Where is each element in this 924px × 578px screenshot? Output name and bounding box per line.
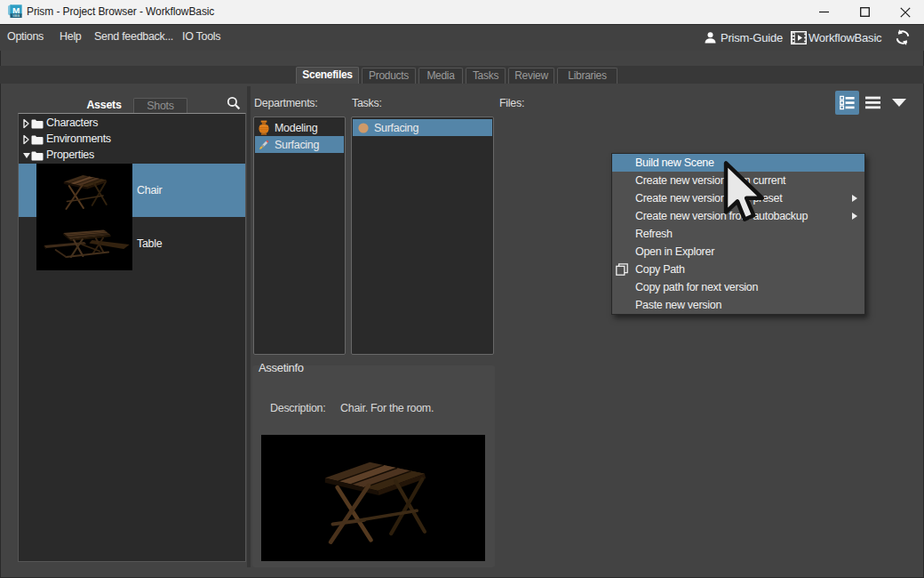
menu-item-create-version-current[interactable]: Create new version from current — [612, 172, 864, 189]
tree-item-characters[interactable]: Characters — [19, 116, 245, 132]
departments-list: Modeling Surfacing — [253, 116, 346, 355]
tab-shots[interactable]: Shots — [133, 98, 187, 113]
titlebar: M MAYA Prism - Project Browser - Workflo… — [0, 0, 924, 25]
folder-icon — [31, 134, 44, 145]
menu-item-label: Create new version from autobackup — [635, 210, 808, 222]
menu-item-copy-path-next-version[interactable]: Copy path for next version — [612, 278, 864, 296]
list-view-button[interactable] — [861, 91, 885, 115]
menu-item-paste-new-version[interactable]: Paste new version — [612, 296, 864, 314]
asset-tree: Characters Environments Properties Chair… — [18, 113, 246, 562]
tree-item-environments[interactable]: Environments — [19, 132, 245, 148]
list-view-icon — [865, 96, 880, 109]
project-browser-window: M MAYA Prism - Project Browser - Workflo… — [0, 0, 924, 578]
menu-item-label: Copy Path — [635, 263, 685, 276]
tab-assets[interactable]: Assets — [78, 98, 130, 113]
tasks-list: Surfacing — [351, 116, 494, 355]
collapse-arrow-icon[interactable] — [23, 153, 30, 158]
tab-tasks[interactable]: Tasks — [466, 68, 506, 84]
folder-icon — [31, 118, 44, 129]
pottery-icon — [258, 120, 270, 135]
menu-item-create-version-preset[interactable]: Create new version from preset — [612, 189, 864, 207]
svg-text:M: M — [12, 5, 20, 15]
detail-view-icon — [840, 95, 855, 110]
description-value: Chair. For the room. — [340, 402, 434, 414]
menu-item-build-new-scene[interactable]: Build new Scene — [612, 154, 864, 172]
menu-item-copy-path[interactable]: Copy Path — [612, 261, 864, 278]
user-icon — [704, 31, 717, 44]
tab-libraries[interactable]: Libraries — [557, 68, 617, 84]
tab-review[interactable]: Review — [508, 68, 554, 84]
user-button[interactable]: Prism-Guide — [704, 25, 783, 50]
departments-label: Departments: — [254, 97, 317, 109]
dot-icon — [358, 123, 369, 133]
tree-item-label: Characters — [46, 116, 98, 129]
project-button[interactable]: WorkflowBasic — [791, 25, 881, 50]
menu-send-feedback[interactable]: Send feedback... — [94, 25, 173, 50]
menu-item-refresh[interactable]: Refresh — [612, 225, 864, 243]
task-item-surfacing[interactable]: Surfacing — [353, 119, 492, 136]
expand-arrow-icon[interactable] — [23, 119, 29, 129]
paintbrush-icon — [258, 138, 270, 152]
close-icon — [900, 7, 911, 18]
asset-item-label: Table — [137, 217, 162, 270]
asset-item-chair[interactable]: Chair — [19, 164, 245, 217]
files-label: Files: — [499, 97, 524, 109]
tab-scenefiles[interactable]: Scenefiles — [296, 67, 359, 84]
tab-products[interactable]: Products — [362, 68, 416, 84]
user-name: Prism-Guide — [721, 31, 783, 44]
tasks-label: Tasks: — [352, 97, 382, 109]
assetinfo-panel: Assetinfo Description: Chair. For the ro… — [252, 365, 495, 567]
tree-item-label: Properties — [46, 149, 94, 161]
asset-preview-image — [261, 435, 485, 561]
department-item-surfacing[interactable]: Surfacing — [255, 136, 344, 153]
refresh-icon — [895, 29, 911, 45]
asset-item-table[interactable]: Table — [19, 217, 245, 270]
tab-media[interactable]: Media — [418, 68, 463, 84]
main-tabbar: Scenefiles Products Media Tasks Review L… — [296, 68, 620, 84]
asset-item-label: Chair — [137, 164, 162, 217]
refresh-button[interactable] — [895, 25, 911, 50]
task-label: Surfacing — [374, 122, 418, 134]
svg-text:MAYA: MAYA — [12, 14, 20, 18]
window-title: Prism - Project Browser - WorkflowBasic — [27, 0, 214, 24]
close-button[interactable] — [886, 0, 924, 24]
project-name: WorkflowBasic — [808, 31, 881, 44]
submenu-arrow-icon — [852, 213, 857, 220]
department-label: Surfacing — [275, 139, 319, 151]
maximize-icon — [860, 7, 870, 17]
department-item-modeling[interactable]: Modeling — [255, 119, 344, 136]
copy-icon — [616, 263, 628, 276]
chair-thumbnail — [36, 164, 132, 217]
assetinfo-title: Assetinfo — [259, 361, 304, 374]
dropdown-arrow-icon — [892, 99, 906, 107]
menubar: Options Help Send feedback... IO Tools P… — [0, 25, 924, 51]
description-label: Description: — [270, 402, 325, 414]
folder-icon — [31, 150, 44, 161]
view-dropdown-button[interactable] — [888, 91, 910, 115]
maximize-button[interactable] — [845, 0, 884, 24]
search-icon[interactable] — [226, 95, 242, 111]
minimize-icon — [819, 7, 829, 17]
minimize-button[interactable] — [804, 0, 843, 24]
menu-options[interactable]: Options — [7, 25, 44, 50]
detail-view-button[interactable] — [835, 91, 859, 115]
menu-item-create-version-autobackup[interactable]: Create new version from autobackup — [612, 207, 864, 225]
department-label: Modeling — [275, 122, 317, 134]
menu-item-label: Create new version from preset — [635, 192, 782, 205]
splitter-handle[interactable] — [247, 86, 251, 567]
context-menu: Build new Scene Create new version from … — [611, 153, 865, 315]
menu-help[interactable]: Help — [60, 25, 82, 50]
expand-arrow-icon[interactable] — [23, 135, 29, 145]
submenu-arrow-icon — [852, 195, 857, 202]
tree-item-label: Environments — [46, 132, 111, 145]
project-icon — [791, 31, 807, 44]
table-thumbnail — [36, 217, 132, 270]
menu-io-tools[interactable]: IO Tools — [182, 25, 220, 50]
menu-item-open-in-explorer[interactable]: Open in Explorer — [612, 243, 864, 261]
tree-item-properties[interactable]: Properties — [19, 148, 245, 164]
maya-logo-icon: M MAYA — [8, 4, 22, 19]
